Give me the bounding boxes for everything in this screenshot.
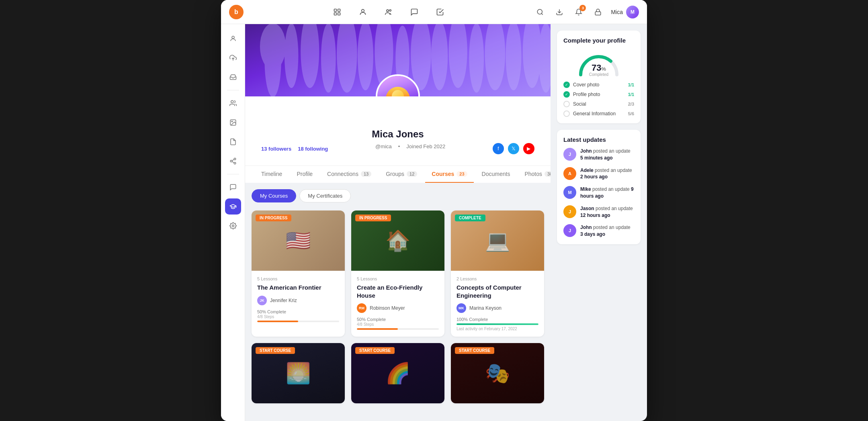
followers-count: 13 followers <box>261 146 291 152</box>
svg-rect-2 <box>334 12 337 15</box>
course-title: Create an Eco-Friendly House <box>357 284 439 299</box>
svg-point-20 <box>232 225 234 227</box>
update-text: Mike posted an update 9 hours ago <box>580 186 634 200</box>
update-avatar: J <box>563 148 576 161</box>
completion-item: ✓ Cover photo 1/1 <box>563 82 634 88</box>
update-item: J John posted an update 3 days ago <box>563 224 634 238</box>
tab-groups[interactable]: Groups 12 <box>379 166 424 183</box>
following-count: 18 following <box>298 146 328 152</box>
svg-point-5 <box>387 10 389 12</box>
my-courses-btn[interactable]: My Courses <box>252 189 296 202</box>
svg-point-35 <box>506 24 521 90</box>
course-lessons: 5 Lessons <box>357 276 439 281</box>
course-card[interactable]: 🇺🇸 IN PROGRESS 5 Lessons The American Fr… <box>252 210 345 337</box>
check-icon: ✓ <box>563 82 570 88</box>
course-card[interactable]: 🌅 START COURSE <box>252 343 345 403</box>
course-card[interactable]: 🏠 IN PROGRESS 5 Lessons Create an Eco-Fr… <box>351 210 444 337</box>
svg-point-36 <box>523 24 541 88</box>
instructor-name: Jennifer Kriz <box>270 298 297 303</box>
profile-name: Mica Jones <box>245 129 551 140</box>
update-item: J John posted an update 5 minutes ago <box>563 148 634 161</box>
svg-point-24 <box>301 24 319 88</box>
profile-meta: @mica • Joined Feb 2022 <box>375 143 445 149</box>
course-card[interactable]: 🎭 START COURSE <box>451 343 544 403</box>
svg-point-33 <box>469 24 484 93</box>
progress-bar <box>457 323 538 325</box>
profile-username: @mica <box>375 143 392 149</box>
facebook-icon[interactable]: f <box>493 143 504 154</box>
nav-messages[interactable] <box>408 6 421 18</box>
search-icon[interactable] <box>534 6 547 18</box>
sidebar-icon-group[interactable] <box>225 95 241 111</box>
update-text: John posted an update 5 minutes ago <box>580 148 634 161</box>
user-nav[interactable]: Mica M <box>611 6 639 18</box>
svg-point-16 <box>230 160 232 162</box>
check-icon: ✓ <box>563 91 570 98</box>
sidebar-icon-settings[interactable] <box>225 218 241 234</box>
instructor-avatar: RM <box>357 303 366 313</box>
notifications-icon[interactable]: 3 <box>572 6 585 18</box>
progress-bar <box>257 321 339 322</box>
content-area: Admin Mica Jones 13 followers 18 followi… <box>245 24 551 421</box>
completion-label: Completed <box>589 72 608 77</box>
tab-connections[interactable]: Connections 13 <box>321 166 378 183</box>
course-card[interactable]: 🌈 START COURSE <box>351 343 444 403</box>
sidebar-icon-gallery[interactable] <box>225 114 241 131</box>
completion-item-label: Profile photo <box>573 92 600 97</box>
course-instructor: RM Robinson Meyer <box>357 303 439 313</box>
tab-timeline[interactable]: Timeline <box>255 166 289 183</box>
update-item: J Jason posted an update 12 hours ago <box>563 205 634 219</box>
incomplete-icon <box>563 110 570 117</box>
completion-item: Social 2/3 <box>563 101 634 107</box>
course-status-badge: IN PROGRESS <box>256 215 291 221</box>
nav-explore[interactable] <box>331 6 344 18</box>
nav-profile[interactable] <box>356 6 369 18</box>
completion-fraction: 1/1 <box>628 82 634 87</box>
sidebar-icon-courses[interactable] <box>225 198 241 215</box>
sidebar-icon-connections[interactable] <box>225 153 241 169</box>
sidebar-icon-chat[interactable] <box>225 179 241 195</box>
youtube-icon[interactable]: ▶ <box>523 143 534 154</box>
user-nav-avatar: M <box>626 6 639 18</box>
followers-left: 13 followers 18 following <box>261 146 328 152</box>
tab-photos[interactable]: Photos 38 <box>518 166 551 183</box>
sidebar-icon-document[interactable] <box>225 134 241 150</box>
sidebar-icon-upload[interactable] <box>225 50 241 66</box>
sidebar-icon-inbox[interactable] <box>225 69 241 85</box>
courses-sub-tabs: My Courses My Certificates <box>252 189 544 202</box>
instructor-avatar: MK <box>457 303 466 313</box>
tab-profile[interactable]: Profile <box>290 166 319 183</box>
nav-tasks[interactable] <box>434 6 446 18</box>
nav-right: 3 Mica M <box>534 6 639 18</box>
top-nav: b <box>221 0 647 24</box>
course-progress: 50% Complete4/8 Steps <box>257 309 339 322</box>
instructor-name: Robinson Meyer <box>370 305 405 311</box>
profile-avatar[interactable] <box>376 74 420 96</box>
profile-info: Mica Jones 13 followers 18 following @mi… <box>245 96 551 166</box>
course-card[interactable]: 💻 COMPLETE 2 Lessons Concepts of Compute… <box>451 210 544 337</box>
course-progress: 100% Complete Last activity on February … <box>457 317 538 331</box>
course-progress: 50% Complete4/8 Steps <box>357 317 439 330</box>
svg-point-17 <box>234 162 236 164</box>
svg-point-37 <box>538 24 551 93</box>
my-certificates-btn[interactable]: My Certificates <box>299 189 351 202</box>
svg-point-25 <box>321 24 336 93</box>
svg-point-4 <box>362 9 364 12</box>
sidebar-icon-user[interactable] <box>225 31 241 47</box>
connections-badge: 13 <box>361 171 371 177</box>
course-status-badge: IN PROGRESS <box>355 215 391 221</box>
followers-row: 13 followers 18 following @mica • Joined… <box>245 143 551 159</box>
nav-people[interactable] <box>382 6 395 18</box>
tab-documents[interactable]: Documents <box>475 166 517 183</box>
svg-rect-0 <box>334 9 337 11</box>
lock-icon[interactable] <box>592 6 604 18</box>
sidebar-divider-1 <box>227 90 239 90</box>
tab-courses[interactable]: Courses 23 <box>425 166 473 183</box>
update-text: Jason posted an update 12 hours ago <box>580 205 634 219</box>
app-logo[interactable]: b <box>229 5 244 19</box>
update-time: 3 days ago <box>580 231 605 237</box>
twitter-icon[interactable]: 𝕏 <box>508 143 519 154</box>
svg-point-15 <box>234 158 236 160</box>
download-icon[interactable] <box>553 6 566 18</box>
instructor-name: Marina Keyson <box>469 305 502 311</box>
